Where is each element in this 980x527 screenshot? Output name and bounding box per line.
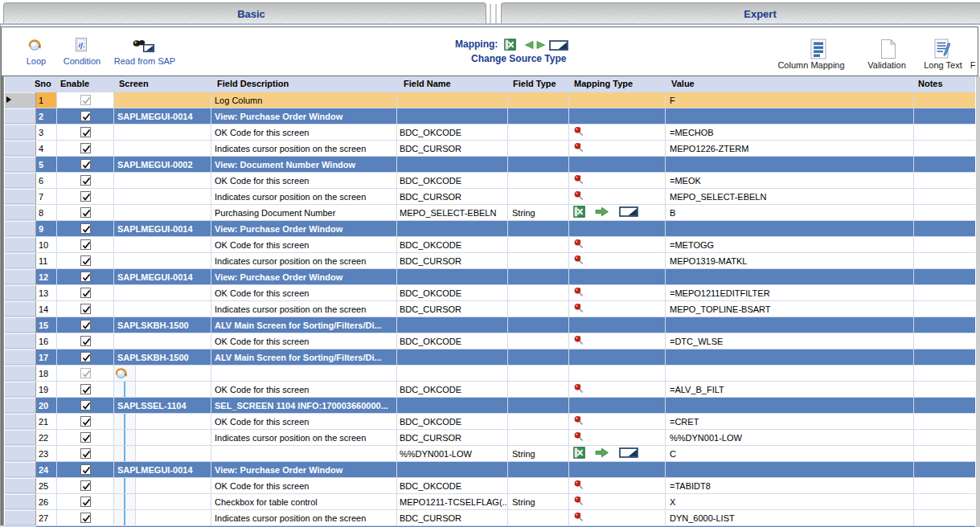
row-selector[interactable] bbox=[5, 494, 36, 509]
validation-button[interactable]: Validation bbox=[863, 60, 911, 70]
row-selector[interactable] bbox=[5, 382, 36, 397]
cell-screen[interactable] bbox=[114, 430, 211, 445]
enable-checkbox[interactable] bbox=[80, 239, 91, 250]
read-from-sap-button[interactable]: Read from SAP bbox=[113, 56, 177, 66]
enable-checkbox[interactable] bbox=[80, 320, 91, 330]
cell-sno[interactable]: 15 bbox=[36, 317, 57, 333]
cell-field-name[interactable]: MEPO_SELECT-EBELN bbox=[397, 205, 508, 220]
cell-notes[interactable] bbox=[914, 92, 975, 108]
cell-sno[interactable]: 26 bbox=[36, 494, 57, 509]
cell-screen[interactable] bbox=[114, 301, 211, 317]
cell-field-type[interactable] bbox=[508, 349, 569, 365]
cell-value[interactable]: =METOGG bbox=[666, 237, 914, 252]
cell-sno[interactable]: 10 bbox=[36, 237, 57, 252]
cell-screen[interactable] bbox=[114, 510, 211, 525]
enable-checkbox[interactable] bbox=[80, 416, 91, 427]
cell-field-description[interactable]: View: Purchase Order Window bbox=[211, 108, 397, 124]
cell-enable[interactable] bbox=[57, 125, 114, 140]
row-selector[interactable] bbox=[5, 398, 36, 413]
enable-checkbox[interactable] bbox=[80, 111, 91, 121]
cell-mapping-type[interactable] bbox=[569, 157, 666, 172]
cell-sno[interactable]: 22 bbox=[36, 430, 57, 445]
cell-screen[interactable] bbox=[114, 125, 211, 140]
cell-enable[interactable] bbox=[57, 349, 114, 365]
cell-field-name[interactable]: BDC_OKCODE bbox=[397, 173, 508, 188]
cell-field-name[interactable] bbox=[397, 221, 508, 236]
enable-checkbox[interactable] bbox=[80, 288, 91, 298]
column-header-field-description[interactable]: Field Description bbox=[217, 79, 289, 88]
enable-checkbox[interactable] bbox=[80, 464, 91, 475]
cell-sno[interactable]: 23 bbox=[36, 446, 57, 461]
cell-sno[interactable]: 14 bbox=[36, 301, 57, 317]
enable-checkbox[interactable] bbox=[80, 272, 91, 282]
cell-field-name[interactable]: BDC_CURSOR bbox=[397, 301, 508, 317]
column-header-enable[interactable]: Enable bbox=[60, 79, 89, 88]
column-mapping-icon[interactable] bbox=[810, 39, 826, 61]
cell-field-type[interactable] bbox=[508, 301, 569, 317]
cell-value[interactable]: MEPO_SELECT-EBELN bbox=[666, 189, 914, 204]
cell-mapping-type[interactable] bbox=[569, 317, 666, 333]
cell-field-description[interactable]: Indicates cursor position on the screen bbox=[211, 253, 397, 268]
cell-mapping-type[interactable] bbox=[569, 349, 666, 365]
cell-field-name[interactable]: BDC_CURSOR bbox=[397, 510, 508, 525]
cell-notes[interactable] bbox=[914, 349, 975, 365]
cell-sno[interactable]: 25 bbox=[36, 478, 57, 493]
cell-value[interactable]: =MEPO1211EDITFILTER bbox=[666, 285, 914, 300]
cell-field-description[interactable]: OK Code for this screen bbox=[211, 333, 397, 349]
cell-mapping-type[interactable] bbox=[569, 494, 666, 509]
cell-notes[interactable] bbox=[914, 317, 975, 333]
cell-notes[interactable] bbox=[914, 430, 975, 445]
row-selector[interactable] bbox=[5, 189, 36, 204]
cell-field-type[interactable] bbox=[508, 366, 569, 381]
cell-notes[interactable] bbox=[914, 462, 975, 477]
cell-sno[interactable]: 24 bbox=[36, 462, 57, 477]
cell-value[interactable]: C bbox=[666, 446, 914, 461]
row-selector[interactable] bbox=[5, 462, 36, 477]
cell-field-description[interactable]: Indicates cursor position on the screen bbox=[211, 430, 397, 445]
cell-mapping-type[interactable] bbox=[569, 382, 666, 397]
cell-field-type[interactable] bbox=[508, 414, 569, 429]
row-selector[interactable] bbox=[5, 221, 36, 236]
cell-enable[interactable] bbox=[57, 141, 114, 156]
cell-mapping-type[interactable] bbox=[569, 285, 666, 300]
cell-enable[interactable] bbox=[57, 382, 114, 397]
cell-field-description[interactable]: Checkbox for table control bbox=[211, 494, 397, 509]
cell-enable[interactable] bbox=[57, 269, 114, 284]
cell-sno[interactable]: 11 bbox=[36, 253, 57, 268]
cell-field-type[interactable] bbox=[508, 221, 569, 236]
row-selector[interactable] bbox=[5, 414, 36, 429]
cell-value[interactable] bbox=[666, 269, 914, 284]
cell-field-description[interactable]: OK Code for this screen bbox=[211, 414, 397, 429]
cell-field-type[interactable] bbox=[508, 269, 569, 284]
cell-notes[interactable] bbox=[914, 173, 975, 188]
column-header-screen[interactable]: Screen bbox=[119, 79, 149, 88]
cell-field-name[interactable] bbox=[397, 108, 508, 124]
cell-field-name[interactable]: BDC_OKCODE bbox=[397, 382, 508, 397]
cell-field-description[interactable]: OK Code for this screen bbox=[211, 237, 397, 252]
cell-field-type[interactable] bbox=[508, 157, 569, 172]
cell-value[interactable] bbox=[666, 398, 914, 413]
row-selector[interactable] bbox=[5, 173, 36, 188]
enable-checkbox[interactable] bbox=[80, 223, 91, 234]
row-selector[interactable] bbox=[5, 317, 36, 333]
cell-enable[interactable] bbox=[57, 494, 114, 509]
cell-value[interactable]: =MECHOB bbox=[666, 125, 914, 140]
cell-sno[interactable]: 19 bbox=[36, 382, 57, 397]
cell-value[interactable]: =CRET bbox=[666, 414, 914, 429]
cell-field-type[interactable] bbox=[508, 253, 569, 268]
cell-enable[interactable] bbox=[57, 414, 114, 429]
cell-field-type[interactable] bbox=[508, 478, 569, 493]
cell-notes[interactable] bbox=[914, 301, 975, 317]
cell-screen[interactable] bbox=[114, 141, 211, 156]
column-header-value[interactable]: Value bbox=[671, 79, 695, 88]
cell-value[interactable]: MEPO1226-ZTERM bbox=[666, 141, 914, 156]
cell-screen[interactable] bbox=[114, 237, 211, 252]
cell-value[interactable]: MEPO1319-MATKL bbox=[666, 253, 914, 268]
condition-icon[interactable]: if. bbox=[75, 37, 88, 54]
cell-enable[interactable] bbox=[57, 253, 114, 268]
enable-checkbox[interactable] bbox=[80, 448, 91, 459]
cell-screen[interactable]: SAPLMEGUI-0014 bbox=[114, 462, 211, 477]
enable-checkbox[interactable] bbox=[80, 127, 91, 137]
cell-enable[interactable] bbox=[57, 237, 114, 252]
cell-field-type[interactable]: String bbox=[508, 494, 569, 509]
